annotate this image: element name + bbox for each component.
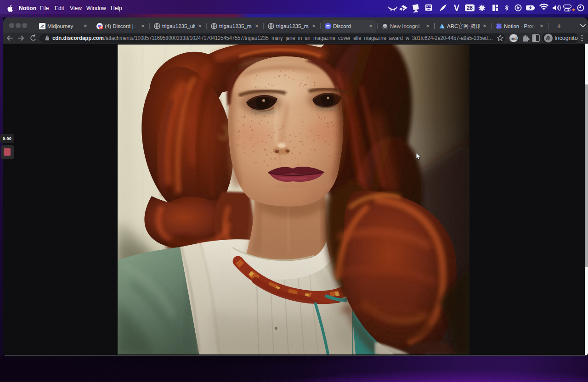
svg-text:/attachments/10085711695800033: /attachments/1008571169580003338/1024717…	[104, 35, 493, 41]
svg-text:md: md	[510, 36, 517, 41]
svg-text:Incognito: Incognito	[554, 35, 578, 41]
svg-text:4: 4	[100, 26, 102, 29]
svg-text:cdn.discordapp.com: cdn.discordapp.com	[52, 35, 104, 41]
svg-text:28: 28	[467, 5, 473, 11]
